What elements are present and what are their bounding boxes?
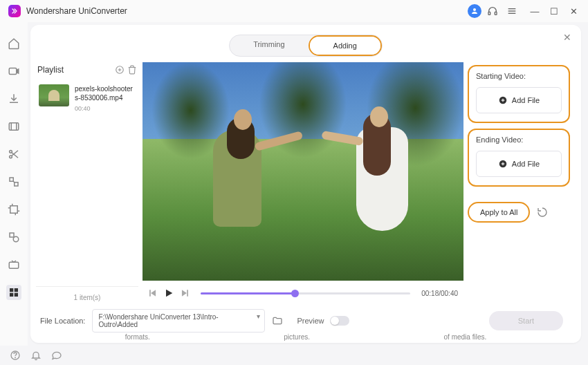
app-logo xyxy=(8,5,21,17)
file-location-label: File Location: xyxy=(40,317,85,325)
svg-rect-24 xyxy=(10,293,13,297)
close-panel-icon[interactable]: ✕ xyxy=(563,32,571,43)
svg-rect-8 xyxy=(9,123,19,131)
snippet-b: pictures. xyxy=(284,333,310,341)
next-button[interactable] xyxy=(180,288,190,298)
svg-point-11 xyxy=(10,150,12,153)
snippet-a: formats. xyxy=(125,333,150,341)
svg-rect-2 xyxy=(495,12,497,15)
svg-rect-21 xyxy=(9,262,19,268)
time-display: 00:18/00:40 xyxy=(421,290,458,297)
reset-icon[interactable] xyxy=(537,207,548,218)
merge-icon[interactable] xyxy=(6,174,21,189)
svg-rect-15 xyxy=(10,178,13,181)
help-icon[interactable] xyxy=(10,350,21,361)
add-ending-file-button[interactable]: Add File xyxy=(476,151,562,177)
player-controls: 00:18/00:40 xyxy=(143,281,463,308)
svg-marker-7 xyxy=(17,69,19,73)
progress-slider[interactable] xyxy=(201,292,410,294)
mode-tabs: Trimming Adding xyxy=(229,35,383,57)
ending-video-label: Ending Video: xyxy=(476,135,562,144)
status-bar xyxy=(0,346,588,365)
download-icon[interactable] xyxy=(6,91,21,106)
svg-rect-22 xyxy=(10,288,13,292)
preview-label: Preview xyxy=(297,317,324,325)
snippet-c: of media files. xyxy=(444,333,487,341)
cut-icon[interactable] xyxy=(6,147,21,162)
crop-icon[interactable] xyxy=(6,202,21,217)
svg-rect-23 xyxy=(15,288,18,292)
playlist-count: 1 item(s) xyxy=(36,286,138,308)
left-sidebar xyxy=(0,22,28,346)
video-preview xyxy=(143,62,463,281)
play-button[interactable] xyxy=(163,288,174,299)
playlist-title: Playlist xyxy=(37,65,112,75)
add-file-label: Add File xyxy=(512,96,540,104)
app-title: Wondershare UniConverter xyxy=(26,6,127,16)
prev-button[interactable] xyxy=(148,288,158,298)
svg-marker-32 xyxy=(182,290,187,296)
svg-rect-19 xyxy=(10,233,14,237)
editor-card: ✕ Trimming Adding Playlist xyxy=(30,25,581,343)
maximize-button[interactable]: ☐ xyxy=(548,6,560,17)
start-button[interactable]: Start xyxy=(489,311,563,330)
svg-point-20 xyxy=(13,236,19,242)
video-icon[interactable] xyxy=(6,64,21,79)
svg-marker-29 xyxy=(151,290,156,296)
titlebar: Wondershare UniConverter — ☐ ✕ xyxy=(0,0,588,22)
file-location-dropdown[interactable]: F:\Wondershare UniConverter 13\Intro-Out… xyxy=(92,309,265,333)
svg-rect-25 xyxy=(15,293,18,297)
menu-icon[interactable] xyxy=(504,3,520,19)
playlist-item-name: pexels-koolshooters-8530006.mp4 xyxy=(75,84,136,102)
home-icon[interactable] xyxy=(6,36,21,51)
apply-to-all-button[interactable]: Apply to All xyxy=(468,202,530,223)
feedback-icon[interactable] xyxy=(51,350,62,361)
add-starting-file-button[interactable]: Add File xyxy=(476,87,562,113)
svg-rect-6 xyxy=(9,68,17,75)
playlist-panel: Playlist pexels-koolshooters-8530006.mp4… xyxy=(36,62,138,308)
svg-point-0 xyxy=(473,8,476,11)
tv-icon[interactable] xyxy=(6,257,21,272)
svg-rect-1 xyxy=(488,12,490,15)
preview-toggle[interactable] xyxy=(330,316,349,326)
svg-rect-18 xyxy=(10,206,18,214)
location-row: File Location: F:\Wondershare UniConvert… xyxy=(30,308,581,333)
add-file-label-2: Add File xyxy=(512,160,540,168)
highlight-tab-adding: Adding xyxy=(309,35,382,56)
settings-panel: Starting Video: Add File Ending Video: A… xyxy=(468,62,574,308)
starting-video-label: Starting Video: xyxy=(476,72,562,80)
browse-folder-icon[interactable] xyxy=(272,315,283,326)
svg-marker-31 xyxy=(166,290,172,297)
headset-icon[interactable] xyxy=(484,3,501,19)
svg-line-17 xyxy=(13,181,15,182)
film-icon[interactable] xyxy=(6,119,21,134)
minimize-button[interactable]: — xyxy=(529,6,541,17)
background-snippets: formats. pictures. of media files. xyxy=(30,333,581,343)
tab-adding[interactable]: Adding xyxy=(310,37,380,55)
highlight-ending-video: Ending Video: Add File xyxy=(468,129,570,187)
svg-point-12 xyxy=(10,156,12,158)
highlight-starting-video: Starting Video: Add File xyxy=(468,65,570,123)
shapes-icon[interactable] xyxy=(6,230,21,245)
playlist-item[interactable]: pexels-koolshooters-8530006.mp4 00:40 xyxy=(36,80,138,116)
svg-point-41 xyxy=(15,357,16,358)
add-playlist-icon[interactable] xyxy=(115,65,125,75)
svg-rect-16 xyxy=(15,182,18,186)
tab-trimming[interactable]: Trimming xyxy=(230,35,308,56)
user-icon[interactable] xyxy=(468,4,481,18)
toolbox-icon[interactable] xyxy=(6,285,21,300)
delete-playlist-icon[interactable] xyxy=(127,65,137,75)
playlist-thumb xyxy=(39,84,69,106)
playlist-item-duration: 00:40 xyxy=(75,105,136,112)
bell-icon[interactable] xyxy=(30,350,42,361)
close-button[interactable]: ✕ xyxy=(567,6,580,17)
